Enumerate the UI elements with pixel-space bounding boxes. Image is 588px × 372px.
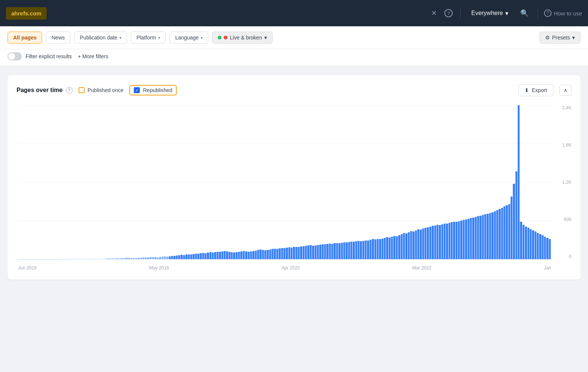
bar	[460, 221, 462, 259]
republished-checkbox-item[interactable]: Republished	[134, 87, 172, 93]
search-button[interactable]: 🔍	[517, 6, 532, 20]
bar	[532, 230, 534, 259]
bar	[427, 227, 429, 259]
bar	[398, 235, 400, 259]
bar	[422, 228, 424, 259]
main-content: Pages over time ? Published once Republi…	[0, 66, 588, 289]
chart-card: Pages over time ? Published once Republi…	[8, 75, 580, 280]
bar	[468, 219, 470, 259]
bar	[372, 239, 374, 259]
question-icon: ?	[444, 9, 453, 17]
bar	[257, 250, 259, 259]
y-label-600: 600	[564, 217, 571, 222]
y-label-2400: 2.4K	[562, 105, 571, 110]
bar	[205, 253, 206, 259]
bar	[267, 250, 268, 259]
bar	[214, 252, 216, 259]
bar	[197, 254, 199, 259]
x-label-mar2022: Mar 2022	[412, 265, 432, 271]
bar	[527, 228, 529, 259]
bar	[264, 250, 266, 259]
bar	[248, 252, 250, 259]
how-to-question-icon: ?	[544, 9, 552, 17]
how-to-use-button[interactable]: ? How to use	[544, 9, 582, 17]
topbar: ahrefs.com ✕ ? Everywhere ▾ 🔍 ? How to u…	[0, 0, 588, 26]
bar	[307, 245, 309, 259]
chart-help-icon[interactable]: ?	[66, 87, 73, 94]
bar	[515, 171, 517, 259]
bar	[162, 257, 164, 259]
bar	[250, 251, 252, 259]
logo[interactable]: ahrefs.com	[6, 7, 47, 20]
bar	[298, 247, 300, 259]
bar	[432, 226, 433, 259]
bar	[542, 235, 544, 259]
bar	[499, 209, 500, 259]
help-icon-button[interactable]: ?	[443, 8, 454, 19]
export-label: Export	[532, 87, 547, 93]
bar	[396, 236, 398, 259]
chart-bars-wrap: Jun 2016 May 2018 Apr 2020 Mar 2022 Jan	[17, 105, 553, 271]
everywhere-button[interactable]: Everywhere ▾	[467, 7, 512, 20]
bar	[434, 225, 436, 259]
published-once-checkbox[interactable]	[79, 87, 85, 93]
bar	[384, 238, 386, 259]
bar	[315, 245, 317, 259]
bar	[355, 241, 357, 259]
bar	[195, 254, 197, 259]
x-label-jan: Jan	[544, 265, 551, 271]
bar	[255, 251, 257, 259]
platform-filter[interactable]: Platform ▾	[131, 32, 166, 44]
presets-button[interactable]: ⚙ Presets ▾	[540, 32, 580, 44]
close-button[interactable]: ✕	[430, 8, 438, 19]
x-label-may2018: May 2018	[149, 265, 169, 271]
publication-date-label: Publication date	[80, 35, 117, 41]
bar	[319, 245, 321, 259]
more-filters-label: + More filters	[78, 53, 108, 59]
bar	[549, 239, 551, 259]
bar	[465, 219, 467, 259]
bar	[180, 255, 182, 259]
explicit-filter-toggle[interactable]	[8, 52, 22, 60]
bar	[479, 216, 481, 259]
chart-xaxis: Jun 2016 May 2018 Apr 2020 Mar 2022 Jan	[17, 259, 553, 271]
bar	[350, 242, 352, 259]
published-once-checkbox-item[interactable]: Published once	[79, 87, 124, 93]
republished-checkbox[interactable]	[134, 87, 140, 93]
bar	[224, 251, 226, 259]
bar	[525, 227, 527, 259]
bar	[236, 252, 238, 259]
bar	[200, 253, 202, 259]
chart-title-text: Pages over time	[17, 87, 63, 94]
bar	[424, 228, 426, 259]
close-icon: ✕	[431, 9, 437, 17]
bar	[405, 233, 407, 259]
bar	[401, 234, 403, 259]
bar	[303, 246, 305, 259]
publication-date-filter[interactable]: Publication date ▾	[74, 32, 127, 44]
export-button[interactable]: ⬇ Export	[518, 84, 553, 96]
bar	[463, 220, 465, 259]
bar	[486, 214, 488, 259]
live-broken-filter[interactable]: Live & broken ▾	[212, 32, 273, 44]
bar	[496, 210, 498, 259]
language-filter[interactable]: Language ▾	[170, 32, 208, 44]
all-pages-filter[interactable]: All pages	[8, 32, 42, 44]
bar	[365, 240, 367, 259]
bar	[470, 218, 472, 259]
bar	[417, 229, 419, 259]
more-filters-button[interactable]: + More filters	[78, 53, 108, 59]
bar	[348, 242, 350, 259]
bar	[329, 243, 331, 259]
bar	[412, 231, 414, 259]
divider2	[538, 8, 538, 19]
caret-icon: ▾	[201, 36, 203, 40]
collapse-button[interactable]: ∧	[559, 85, 571, 96]
news-filter[interactable]: News	[46, 32, 70, 44]
bar	[386, 237, 388, 259]
bar	[252, 251, 254, 259]
bar	[544, 237, 546, 259]
bar	[441, 224, 443, 259]
bar	[546, 238, 548, 259]
bar	[212, 253, 214, 259]
